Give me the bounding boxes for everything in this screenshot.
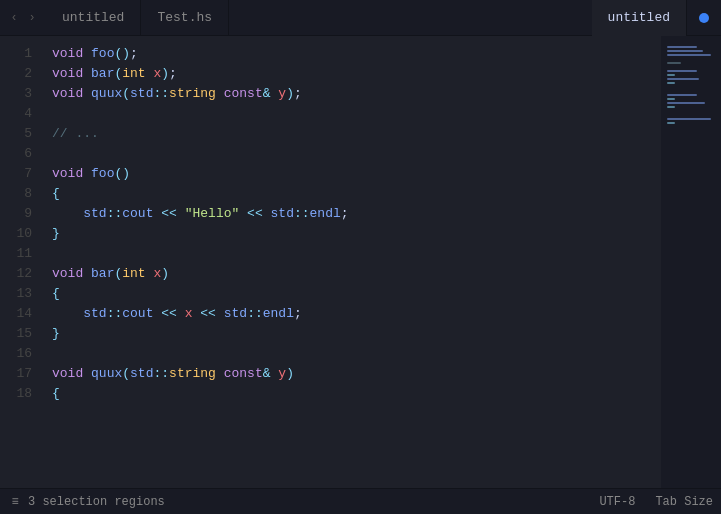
svg-rect-5 <box>667 74 675 76</box>
tab-untitled-1[interactable]: untitled <box>46 0 141 36</box>
code-line-2: void bar(int x); <box>52 64 661 84</box>
line-num: 16 <box>0 344 32 364</box>
svg-rect-10 <box>667 102 705 104</box>
code-line-4 <box>52 104 661 124</box>
status-left: ≡ 3 selection regions <box>8 495 165 509</box>
tab-label: untitled <box>62 10 124 25</box>
svg-rect-11 <box>667 106 675 108</box>
line-num: 13 <box>0 284 32 304</box>
tab-right-area <box>687 13 721 23</box>
svg-rect-3 <box>667 62 681 64</box>
code-line-7: void foo() <box>52 164 661 184</box>
line-numbers: 1 2 3 4 5 6 7 8 9 10 11 12 13 14 15 16 1… <box>0 36 42 488</box>
code-line-11 <box>52 244 661 264</box>
code-line-14: std::cout << x << std::endl; <box>52 304 661 324</box>
nav-buttons: ‹ › <box>0 10 46 26</box>
svg-rect-2 <box>667 54 711 56</box>
line-num: 7 <box>0 164 32 184</box>
code-line-12: void bar(int x) <box>52 264 661 284</box>
tab-untitled-active[interactable]: untitled <box>592 0 687 36</box>
tab-bar: ‹ › untitled Test.hs untitled <box>0 0 721 36</box>
tab-label: untitled <box>608 10 670 25</box>
svg-rect-7 <box>667 82 675 84</box>
selection-icon: ≡ <box>8 495 22 509</box>
code-line-3: void quux(std::string const& y); <box>52 84 661 104</box>
svg-rect-1 <box>667 50 703 52</box>
line-num: 1 <box>0 44 32 64</box>
minimap-svg <box>665 44 717 164</box>
line-num: 14 <box>0 304 32 324</box>
status-right: UTF-8 Tab Size <box>599 495 713 509</box>
code-line-17: void quux(std::string const& y) <box>52 364 661 384</box>
code-editor[interactable]: void foo(); void bar(int x); void quux(s… <box>42 36 661 488</box>
svg-rect-4 <box>667 70 697 72</box>
code-line-5: // ... <box>52 124 661 144</box>
line-num: 4 <box>0 104 32 124</box>
line-num: 18 <box>0 384 32 404</box>
tab-label: Test.hs <box>157 10 212 25</box>
svg-rect-12 <box>667 118 711 120</box>
back-button[interactable]: ‹ <box>6 10 22 26</box>
line-num: 10 <box>0 224 32 244</box>
tab-size-label[interactable]: Tab Size <box>655 495 713 509</box>
line-num: 3 <box>0 84 32 104</box>
svg-rect-8 <box>667 94 697 96</box>
code-line-8: { <box>52 184 661 204</box>
code-line-16 <box>52 344 661 364</box>
code-line-9: std::cout << "Hello" << std::endl; <box>52 204 661 224</box>
code-line-10: } <box>52 224 661 244</box>
code-line-13: { <box>52 284 661 304</box>
editor-area: 1 2 3 4 5 6 7 8 9 10 11 12 13 14 15 16 1… <box>0 36 721 488</box>
svg-rect-0 <box>667 46 697 48</box>
dot-indicator <box>699 13 709 23</box>
selection-text[interactable]: 3 selection regions <box>28 495 165 509</box>
line-num: 11 <box>0 244 32 264</box>
svg-rect-9 <box>667 98 675 100</box>
forward-button[interactable]: › <box>24 10 40 26</box>
line-num: 17 <box>0 364 32 384</box>
line-num: 9 <box>0 204 32 224</box>
minimap <box>661 36 721 488</box>
status-bar: ≡ 3 selection regions UTF-8 Tab Size <box>0 488 721 514</box>
code-line-6 <box>52 144 661 164</box>
line-num: 6 <box>0 144 32 164</box>
code-line-1: void foo(); <box>52 44 661 64</box>
encoding-label[interactable]: UTF-8 <box>599 495 635 509</box>
svg-rect-13 <box>667 122 675 124</box>
line-num: 2 <box>0 64 32 84</box>
line-num: 12 <box>0 264 32 284</box>
line-num: 5 <box>0 124 32 144</box>
tab-test-hs[interactable]: Test.hs <box>141 0 229 36</box>
code-line-18: { <box>52 384 661 404</box>
line-num: 8 <box>0 184 32 204</box>
line-num: 15 <box>0 324 32 344</box>
svg-rect-6 <box>667 78 699 80</box>
code-line-15: } <box>52 324 661 344</box>
